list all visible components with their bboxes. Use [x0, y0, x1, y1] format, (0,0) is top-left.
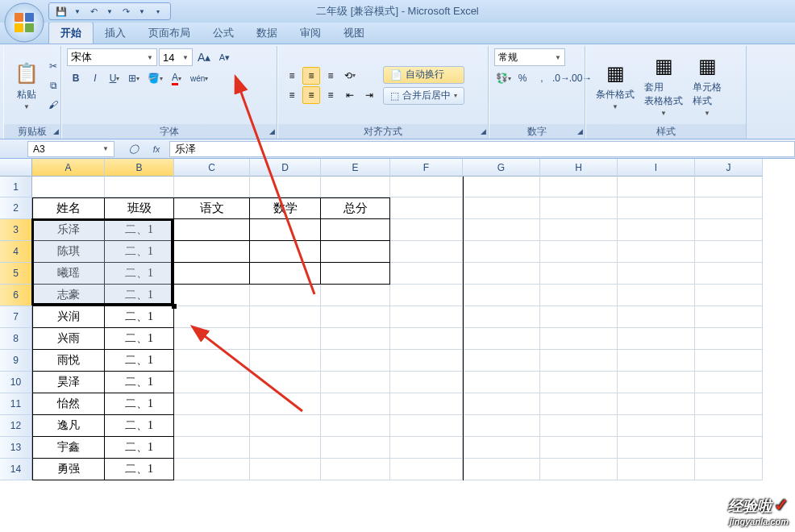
cell[interactable]: 二、1	[105, 306, 174, 328]
inc-decimal-icon[interactable]: .0→	[552, 69, 570, 87]
cell[interactable]	[540, 350, 618, 372]
cell[interactable]: 兴润	[32, 306, 105, 328]
qat-dd-icon[interactable]: ▼	[70, 4, 85, 19]
qat-dd-icon[interactable]: ▼	[135, 4, 149, 19]
cell[interactable]	[321, 241, 390, 263]
cell[interactable]	[250, 372, 321, 393]
cell[interactable]	[463, 459, 540, 480]
col-header[interactable]: C	[174, 159, 250, 177]
cell[interactable]	[250, 459, 321, 480]
align-center-icon[interactable]: ≡	[302, 86, 320, 104]
underline-button[interactable]: U▾	[106, 69, 123, 87]
cell[interactable]	[390, 350, 463, 372]
font-color-button[interactable]: A▾	[168, 69, 185, 87]
cell[interactable]: 雨悦	[32, 350, 105, 372]
row-header[interactable]: 5	[0, 263, 32, 285]
cell[interactable]: 二、1	[105, 263, 174, 285]
cell[interactable]	[321, 219, 390, 241]
cell[interactable]	[390, 459, 463, 480]
row-header[interactable]: 8	[0, 328, 32, 350]
cell[interactable]	[174, 285, 250, 306]
cell[interactable]: 逸凡	[32, 415, 105, 437]
cell[interactable]	[32, 177, 105, 197]
select-all-corner[interactable]	[0, 159, 32, 177]
row-header[interactable]: 10	[0, 372, 32, 393]
row-header[interactable]: 6	[0, 285, 32, 306]
cell[interactable]	[174, 328, 250, 350]
cell[interactable]	[463, 285, 540, 306]
cell[interactable]	[463, 241, 540, 263]
indent-dec-icon[interactable]: ⇤	[341, 86, 359, 104]
wrap-text-button[interactable]: 📄 自动换行	[383, 66, 464, 84]
cell[interactable]: 二、1	[105, 393, 174, 415]
cell[interactable]	[463, 328, 540, 350]
row-header[interactable]: 13	[0, 437, 32, 459]
cell[interactable]	[250, 177, 321, 197]
cell[interactable]	[174, 219, 250, 241]
cell[interactable]	[618, 459, 695, 480]
cell[interactable]	[695, 393, 763, 415]
cell[interactable]	[463, 263, 540, 285]
cell[interactable]: 乐泽	[32, 219, 105, 241]
font-size-combo[interactable]: 14▼	[159, 48, 193, 66]
cell[interactable]	[463, 219, 540, 241]
cell[interactable]	[390, 328, 463, 350]
cell[interactable]	[695, 328, 763, 350]
qat-dd-icon[interactable]: ▼	[102, 4, 117, 19]
qat-more-icon[interactable]: ▾	[151, 4, 165, 19]
launcher-icon[interactable]: ◢	[577, 127, 583, 135]
col-header[interactable]: E	[321, 159, 390, 177]
cell[interactable]	[540, 393, 618, 415]
cell[interactable]	[250, 241, 321, 263]
tab-formula[interactable]: 公式	[202, 23, 245, 44]
cell[interactable]	[695, 219, 763, 241]
cell[interactable]	[695, 350, 763, 372]
cell[interactable]: 二、1	[105, 415, 174, 437]
cell[interactable]	[463, 350, 540, 372]
cell[interactable]	[105, 177, 174, 197]
cell[interactable]	[463, 415, 540, 437]
cell[interactable]	[390, 177, 463, 197]
col-header[interactable]: A	[32, 159, 105, 177]
cell[interactable]: 语文	[174, 197, 250, 219]
formula-input[interactable]: 乐泽	[169, 141, 795, 157]
cell[interactable]	[463, 177, 540, 197]
cell[interactable]	[618, 241, 695, 263]
cell[interactable]	[540, 197, 618, 219]
cell[interactable]	[174, 241, 250, 263]
grow-font-icon[interactable]: A▴	[194, 48, 214, 66]
cell[interactable]: 姓名	[32, 197, 105, 219]
cell[interactable]: 二、1	[105, 328, 174, 350]
cell[interactable]	[463, 372, 540, 393]
align-middle-icon[interactable]: ≡	[302, 67, 320, 85]
cell[interactable]	[463, 306, 540, 328]
cell[interactable]	[390, 219, 463, 241]
cell[interactable]	[250, 306, 321, 328]
cell[interactable]	[250, 263, 321, 285]
cell[interactable]	[250, 437, 321, 459]
cell[interactable]	[390, 415, 463, 437]
copy-icon[interactable]: ⧉	[44, 77, 62, 94]
col-header[interactable]: J	[695, 159, 763, 177]
cell[interactable]	[390, 285, 463, 306]
cell[interactable]	[695, 306, 763, 328]
paste-button[interactable]: 📋 粘贴 ▼	[9, 48, 44, 122]
align-bottom-icon[interactable]: ≡	[322, 67, 339, 85]
cell[interactable]	[540, 459, 618, 480]
cell[interactable]	[250, 219, 321, 241]
row-header[interactable]: 14	[0, 459, 32, 480]
cell[interactable]	[618, 393, 695, 415]
cell[interactable]	[321, 415, 390, 437]
cell[interactable]	[695, 459, 763, 480]
cell[interactable]	[540, 415, 618, 437]
bold-button[interactable]: B	[67, 69, 85, 87]
cell[interactable]	[540, 285, 618, 306]
cell[interactable]	[695, 372, 763, 393]
font-name-combo[interactable]: 宋体▼	[67, 48, 157, 66]
cell[interactable]	[250, 285, 321, 306]
cell[interactable]	[321, 306, 390, 328]
cell[interactable]: 志豪	[32, 285, 105, 306]
number-format-combo[interactable]: 常规▼	[494, 48, 565, 66]
cut-icon[interactable]: ✂	[44, 57, 62, 75]
row-header[interactable]: 4	[0, 241, 32, 263]
